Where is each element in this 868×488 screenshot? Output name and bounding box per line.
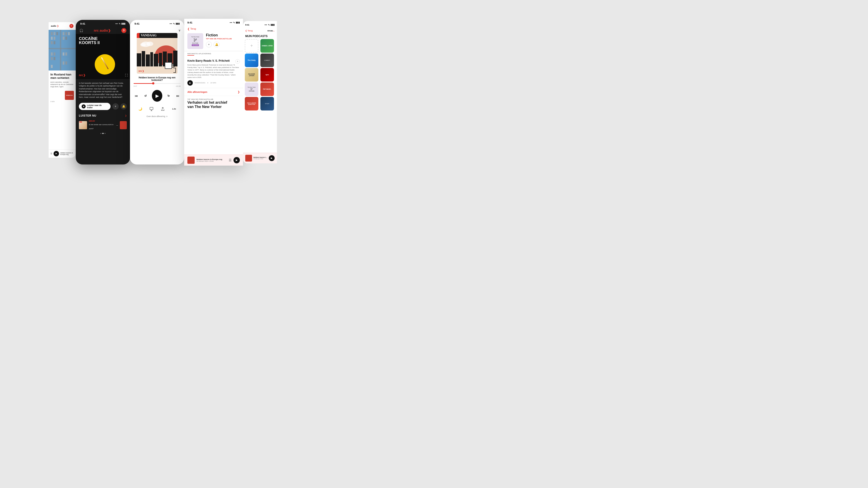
screen5-podcast-comedy[interactable]: COMEDY	[260, 54, 274, 67]
screen3-episode-info-button[interactable]: Over deze aflevering ∨	[130, 115, 184, 118]
screen5-fiction-sublabel: FICTION	[249, 90, 254, 92]
screen5-player-thumbnail	[245, 155, 252, 162]
screen4-episode-card: Kevin Barry Reads V. S. Pritchett + Kevi…	[184, 57, 243, 88]
screen2-time: 9:41	[80, 22, 85, 25]
screen4-player-play-button[interactable]: ▶	[234, 157, 240, 163]
screen4-fiction-cover-art: The New Yorker 🕊 FICTION FICTION	[187, 33, 203, 49]
screen3-status-icons: ▪▪▪ ∿ ▮▮▮	[169, 22, 180, 25]
screen5-podcast-newyorker[interactable]: The New Yorker 🕊 FICTION	[245, 83, 258, 96]
screen5-podcast-climate[interactable]: THE CLIMATE QUESTION	[245, 97, 258, 110]
screen3-episode-info-label: Over deze aflevering	[147, 115, 165, 118]
screen1-aerial-image	[49, 30, 76, 70]
svg-rect-4	[54, 32, 55, 35]
screen5-player-play-button[interactable]: ▶	[269, 155, 275, 161]
svg-rect-38	[173, 51, 178, 67]
screen2-play-circle-icon: ▶	[82, 104, 86, 108]
screen5-podcast-daily[interactable]: The Daily	[245, 54, 258, 67]
svg-rect-19	[51, 57, 53, 60]
screen3-chevron-down-button[interactable]: ∨	[178, 29, 181, 32]
screen1-avatar[interactable]: D	[69, 24, 73, 28]
svg-rect-17	[63, 53, 64, 56]
svg-rect-5	[56, 32, 58, 35]
svg-rect-0	[49, 30, 76, 70]
screen3-next-button[interactable]: ⏭	[175, 93, 181, 99]
screen5-podcast-onbehaard[interactable]: ONBEH. APEN	[260, 39, 274, 53]
screen4-nav: ❮ Terug	[184, 26, 243, 31]
screen5-climate-label: THE CLIMATE QUESTION	[245, 102, 258, 105]
screen5-wifi-icon: ∿	[268, 24, 270, 26]
screen3-speed-button[interactable]: 1.0x	[170, 105, 178, 112]
screen4-episode-day: WOENSDAG	[195, 82, 206, 84]
screen3-cover-art: VANDAAG	[137, 33, 178, 74]
screen2-see-all[interactable]: ❯	[125, 115, 127, 117]
screen4-player-info: Hebben boeren in Europa nog 26 februari …	[196, 158, 227, 162]
screen5-mijn-podcasts: 9:41 ▪▪▪ ∿ ▮▮▮ ❮ Terug nrcau... MIJN POD…	[243, 21, 277, 163]
screen5-podcast-stuff[interactable]: STUFF	[260, 97, 274, 110]
svg-rect-6	[51, 37, 53, 40]
screen4-episode-duration: 19 MIN	[210, 82, 216, 84]
screen2-episode-thumbnail	[79, 121, 87, 129]
screen2-dot-1[interactable]	[100, 133, 101, 134]
screen2-logo: nrc audio❯	[94, 29, 111, 32]
screen2-logo-audio: audio	[99, 29, 108, 32]
screen3-forward30-button[interactable]: ↻ 30	[166, 93, 172, 99]
screen5-podcast-vpro[interactable]: vpro	[260, 68, 274, 82]
screen1-bottom-player[interactable]: ☰ ▶ Hebben boeren in Europa nog	[49, 149, 76, 158]
screen2-notify-button[interactable]: 🔔	[121, 103, 127, 109]
screen3-remaining-time: -12:28	[176, 85, 181, 87]
screen3-airplay-button[interactable]	[148, 105, 155, 112]
screen2-avatar[interactable]: D	[121, 28, 126, 33]
screen2-dot-3[interactable]	[104, 133, 105, 134]
screen4-fiction-header: The New Yorker 🕊 FICTION FICTION Fiction…	[184, 31, 243, 51]
screen1-header: audio ❯ D	[49, 22, 76, 30]
screen3-back10-button[interactable]: ↺ 10	[143, 93, 149, 99]
screen5-add-podcast-button[interactable]: +	[245, 39, 258, 53]
screen5-back-button[interactable]: ❮ Terug	[245, 30, 253, 32]
screen3-prev-button[interactable]: ⏮	[133, 93, 139, 99]
screen3-play-button[interactable]: ▶	[152, 90, 162, 102]
screen4-queue-button[interactable]: ☰	[229, 158, 232, 162]
screen5-podcasts-grid: + ONBEH. APEN The Daily COMEDY HAAGSE ZA…	[243, 39, 277, 110]
screen2-description: In het tweede seizoen het verhaal van Pi…	[76, 79, 130, 101]
screen4-back-button[interactable]: ❮ Terug	[187, 27, 196, 31]
screen5-battery-icon: ▮▮▮	[271, 24, 275, 26]
screen5-player-title: Hebben boeren in Euro...	[253, 157, 268, 158]
screen2-headphone-icon[interactable]: 🎧	[79, 29, 83, 32]
screen3-progress-bar[interactable]	[130, 83, 184, 84]
screen2-dot-2[interactable]	[102, 133, 103, 134]
screen4-episode-add-button[interactable]: +	[235, 59, 240, 64]
screen4-wifi-icon: ∿	[233, 21, 235, 24]
svg-rect-31	[142, 51, 145, 67]
screen4-all-episodes-row[interactable]: Alle afleveringen ❯	[184, 88, 243, 96]
screen5-newyorker-bird-icon: 🕊	[250, 88, 253, 90]
screen4-notify-button[interactable]: 🔔	[214, 41, 219, 47]
svg-rect-2	[60, 30, 61, 70]
screen4-episode-play-button[interactable]: ▶	[187, 80, 193, 86]
screen5-podcast-haagse[interactable]: HAAGSE ZAKEN	[245, 68, 258, 82]
screen4-add-button[interactable]: +	[206, 41, 212, 47]
screen2-podcast-title: COCAÏNE KOORTS II	[79, 37, 100, 45]
screen5-time: 9:41	[245, 24, 249, 26]
svg-rect-16	[54, 53, 55, 56]
screen1-body: eerre sancties, voorale antwoord op de e…	[51, 81, 74, 88]
screen4-tip-section-label: TIP VAN DE PODCASTCLUB	[187, 98, 240, 100]
screen2-episode-item[interactable]: NIEUW Is het einde van corona écht in zi…	[76, 119, 130, 131]
screen1-play-button[interactable]: ▶	[54, 151, 59, 156]
screen2-add-button[interactable]: +	[112, 103, 119, 109]
screen2-title-line1: COCAÏNE	[79, 36, 98, 41]
screen2-episode-remove-button[interactable]: –	[116, 123, 118, 127]
screen4-episode-title: Kevin Barry Reads V. S. Pritchett	[187, 59, 230, 63]
screen5-logo: nrcau...	[268, 30, 275, 32]
screen2-play-trailer-button[interactable]: ▶ Luister naar de trailer	[79, 103, 111, 110]
screen3-sleep-timer-button[interactable]: 🌙	[136, 105, 144, 112]
screen3-share-button[interactable]	[159, 105, 166, 112]
screen3-controls: ⏮ ↺ 10 ▶ ↻ 30 ⏭	[130, 90, 184, 102]
svg-rect-32	[146, 55, 150, 67]
svg-rect-11	[65, 32, 67, 35]
screen5-podcast-fat[interactable]: FAT MASC.	[260, 83, 274, 96]
svg-rect-35	[159, 53, 162, 67]
screen2-episode-title: Is het einde van corona écht in zicht?	[89, 124, 114, 130]
svg-rect-21	[63, 61, 64, 65]
screen1-thumbnail: VANDAAG	[65, 91, 74, 100]
screen1-menu-icon[interactable]: ☰	[51, 153, 52, 155]
